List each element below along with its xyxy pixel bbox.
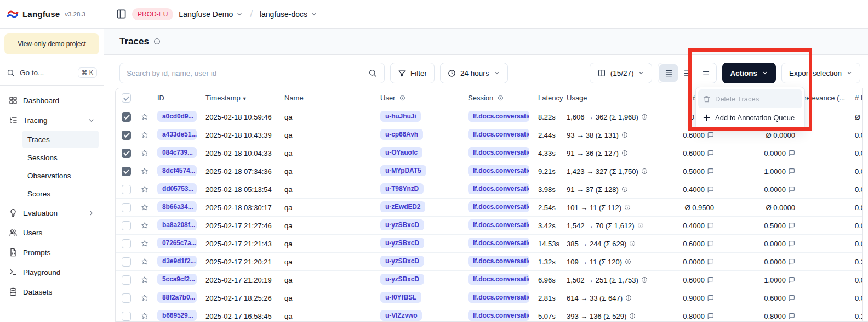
sidebar-item-evaluation[interactable]: Evaluation [4, 203, 99, 223]
sidebar-item-dashboard[interactable]: Dashboard [4, 91, 99, 110]
sidebar-item-scores[interactable]: Scores [22, 185, 99, 202]
menu-item-delete-traces[interactable]: Delete Traces [698, 89, 802, 108]
trace-id-pill[interactable]: a0cd0d9... [157, 111, 197, 122]
row-height-medium-button[interactable] [678, 64, 696, 82]
session-pill[interactable]: lf.docs.conversation... [468, 274, 529, 285]
star-icon[interactable] [136, 221, 153, 230]
user-pill[interactable]: u-OYauofc [380, 147, 422, 158]
star-icon[interactable] [136, 185, 153, 194]
row-checkbox[interactable] [122, 239, 131, 248]
user-pill[interactable]: u-f0YfBSL [380, 292, 421, 303]
table-row[interactable]: 07265c7a...2025-02-17 21:21:43qau-yzSBxc… [116, 235, 868, 253]
sidebar-toggle-icon[interactable] [116, 9, 127, 19]
trace-id-pill[interactable]: 8b66a34... [157, 201, 197, 212]
col-header-id[interactable]: ID [153, 94, 201, 102]
sidebar-item-tracing[interactable]: Tracing [4, 110, 99, 130]
user-pill[interactable]: u-T98YnzD [380, 183, 424, 194]
table-row[interactable]: 8b66a34...2025-02-18 03:30:17qau-zEwdED2… [116, 199, 868, 217]
user-pill[interactable]: u-MYpDAT5 [380, 165, 426, 176]
user-pill[interactable]: u-cp66Avh [380, 129, 423, 140]
table-row[interactable]: d3e9d1f2...2025-02-17 21:20:21qau-yzSBxc… [116, 253, 868, 271]
row-height-large-button[interactable] [696, 64, 715, 82]
search-input[interactable] [119, 63, 361, 83]
star-icon[interactable] [136, 257, 153, 266]
session-pill[interactable]: lf.docs.conversation... [468, 165, 529, 176]
user-pill[interactable]: u-yzSBxcD [380, 274, 424, 285]
row-checkbox[interactable] [122, 131, 131, 140]
user-pill[interactable]: u-VIZzvwo [380, 310, 422, 321]
sidebar-item-users[interactable]: Users [4, 223, 99, 242]
user-pill[interactable]: u-huJhuJi [380, 111, 421, 122]
table-row[interactable]: 8dcf4574...2025-02-18 07:34:36qau-MYpDAT… [116, 162, 868, 180]
trace-id-pill[interactable]: 8dcf4574... [157, 165, 197, 176]
row-height-small-button[interactable] [659, 64, 678, 82]
table-row[interactable]: dd05753...2025-02-18 05:13:54qau-T98YnzD… [116, 180, 868, 199]
star-icon[interactable] [136, 293, 153, 302]
col-header-latency[interactable]: Latency [534, 94, 562, 102]
trace-id-pill[interactable]: ba8a208f... [157, 219, 197, 230]
row-checkbox[interactable] [122, 221, 131, 230]
sidebar-item-traces[interactable]: Traces [22, 131, 99, 148]
session-pill[interactable]: lf.docs.conversation... [468, 183, 529, 194]
session-pill[interactable]: lf.docs.conversation... [468, 219, 529, 230]
star-icon[interactable] [136, 167, 153, 176]
sidebar-item-observations[interactable]: Observations [22, 167, 99, 184]
session-pill[interactable]: lf.docs.conversation... [468, 310, 529, 321]
sidebar-item-prompts[interactable]: Prompts [4, 242, 99, 262]
row-checkbox[interactable] [122, 167, 131, 176]
trace-id-pill[interactable]: d3e9d1f2... [157, 256, 197, 267]
trace-id-pill[interactable]: 07265c7a... [157, 238, 197, 248]
select-all-checkbox[interactable] [122, 93, 131, 103]
menu-item-add-to-annotation-queue[interactable]: Add to Annotation Queue [698, 108, 802, 127]
goto-search[interactable]: Go to... ⌘ K [0, 60, 104, 85]
demo-project-link[interactable]: demo project [48, 40, 85, 48]
star-icon[interactable] [136, 131, 153, 139]
table-scrollbar-gutter[interactable] [862, 88, 868, 321]
trace-id-pill[interactable]: 88f2a7b0... [157, 292, 197, 303]
search-button[interactable] [361, 63, 385, 83]
star-icon[interactable] [136, 149, 153, 157]
sidebar-item-playground[interactable]: Playground [4, 262, 99, 282]
table-row[interactable]: 5cca9cf2...2025-02-17 21:20:19qau-yzSBxc… [116, 271, 868, 289]
session-pill[interactable]: lf.docs.conversation... [468, 238, 529, 248]
columns-button[interactable]: (15/27) [590, 63, 653, 83]
col-header-timestamp[interactable]: Timestamp▼ [201, 94, 280, 102]
sidebar-item-datasets[interactable]: Datasets [4, 282, 99, 302]
trace-id-pill[interactable]: a433de51... [157, 129, 197, 140]
session-pill[interactable]: lf.docs.conversation... [468, 129, 529, 140]
star-icon[interactable] [136, 112, 153, 121]
row-checkbox[interactable] [122, 149, 131, 158]
col-header-user[interactable]: User [376, 94, 464, 102]
session-pill[interactable]: lf.docs.conversation... [468, 111, 529, 122]
time-range-button[interactable]: 24 hours [440, 63, 508, 83]
col-header-relevance[interactable]: relevance (... [800, 94, 850, 102]
table-row[interactable]: b669529...2025-02-17 16:58:45qau-VIZzvwo… [116, 307, 868, 322]
row-checkbox[interactable] [122, 112, 131, 122]
table-row[interactable]: 084c739...2025-02-18 10:04:33qau-OYauofc… [116, 144, 868, 162]
col-header-usage[interactable]: Usage [562, 94, 664, 102]
table-row[interactable]: 88f2a7b0...2025-02-17 18:25:26qau-f0YfBS… [116, 289, 868, 307]
trace-id-pill[interactable]: dd05753... [157, 183, 197, 194]
project-selector[interactable]: langfuse-docs [260, 10, 317, 19]
table-row[interactable]: ba8a208f...2025-02-17 21:27:46qau-yzSBxc… [116, 217, 868, 235]
row-checkbox[interactable] [122, 312, 131, 321]
session-pill[interactable]: lf.docs.conversation... [468, 147, 529, 158]
session-pill[interactable]: lf.docs.conversation... [468, 201, 529, 212]
row-checkbox[interactable] [122, 275, 131, 285]
col-header-session[interactable]: Session [464, 94, 534, 102]
row-checkbox[interactable] [122, 203, 131, 212]
user-pill[interactable]: u-yzSBxcD [380, 256, 424, 267]
row-checkbox[interactable] [122, 257, 131, 267]
user-pill[interactable]: u-zEwdED2 [380, 201, 425, 212]
session-pill[interactable]: lf.docs.conversation... [468, 292, 529, 303]
export-selection-button[interactable]: Export selection [781, 63, 860, 83]
user-pill[interactable]: u-yzSBxcD [380, 238, 424, 248]
user-pill[interactable]: u-yzSBxcD [380, 219, 424, 230]
star-icon[interactable] [136, 203, 153, 212]
star-icon[interactable] [136, 275, 153, 284]
org-selector[interactable]: Langfuse Demo [179, 10, 243, 19]
row-checkbox[interactable] [122, 293, 131, 303]
actions-button[interactable]: Actions [722, 63, 776, 83]
trace-id-pill[interactable]: 5cca9cf2... [157, 274, 197, 285]
star-icon[interactable] [136, 239, 153, 248]
